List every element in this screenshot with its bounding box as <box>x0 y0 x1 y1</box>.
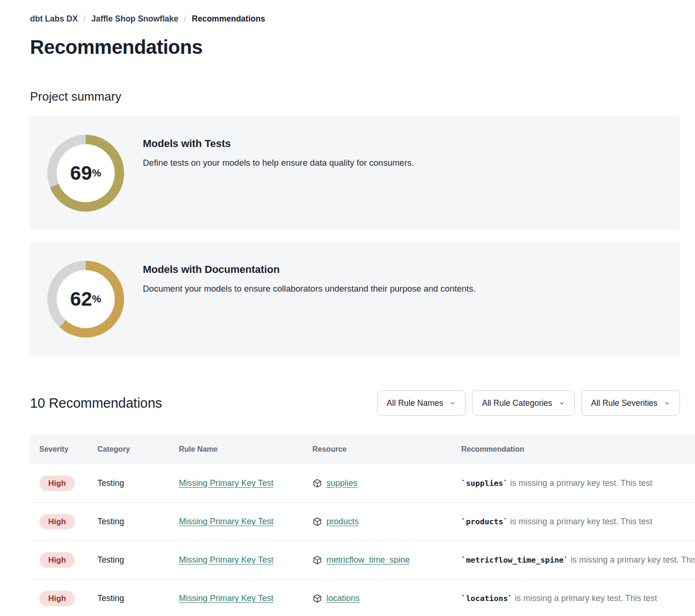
col-header-rule-name: Rule Name <box>179 445 312 454</box>
model-cube-icon <box>312 517 322 527</box>
summary-card-models-with-tests: 69% Models with Tests Define tests on yo… <box>30 116 680 230</box>
recommendation-cell: `metricflow_time_spine` is missing a pri… <box>461 555 695 565</box>
summary-card-models-with-documentation: 62% Models with Documentation Document y… <box>30 242 680 356</box>
tests-card-title: Models with Tests <box>143 138 414 150</box>
docs-card-title: Models with Documentation <box>143 264 476 276</box>
docs-card-description: Document your models to ensure collabora… <box>143 284 476 294</box>
recommendation-cell: `locations` is missing a primary key tes… <box>461 594 695 603</box>
table-row: High Testing Missing Primary Key Test lo… <box>30 579 695 616</box>
percent-sign: % <box>92 167 102 179</box>
resource-cell: metricflow_time_spine <box>312 555 461 565</box>
rule-name-link[interactable]: Missing Primary Key Test <box>179 594 274 603</box>
recommendation-text: is missing a primary key test. This test <box>508 478 652 488</box>
category-cell: Testing <box>97 594 179 603</box>
category-cell: Testing <box>97 478 179 488</box>
filter-rule-severities-dropdown[interactable]: All Rule Severities <box>581 390 680 416</box>
recommendation-cell: `products` is missing a primary key test… <box>461 517 695 527</box>
model-cube-icon <box>312 478 322 488</box>
tests-card-description: Define tests on your models to help ensu… <box>143 158 414 168</box>
recommendations-count-heading: 10 Recommendations <box>30 396 162 411</box>
project-summary-heading: Project summary <box>30 89 695 104</box>
recommendation-text: is missing a primary key test. This test <box>508 517 652 526</box>
docs-percent-value: 62 <box>70 289 92 309</box>
col-header-severity: Severity <box>39 445 97 454</box>
breadcrumb-item-project[interactable]: dbt Labs DX <box>30 14 78 24</box>
resource-link[interactable]: products <box>326 517 359 527</box>
resource-cell: supplies <box>312 478 461 488</box>
resource-cell: products <box>312 517 461 527</box>
table-header-row: Severity Category Rule Name Resource Rec… <box>30 434 695 464</box>
tests-percent-value: 69 <box>70 163 92 183</box>
breadcrumb-separator: / <box>184 14 186 24</box>
filter-label: All Rule Severities <box>591 398 658 408</box>
filter-label: All Rule Names <box>387 398 444 408</box>
severity-badge: High <box>39 552 75 568</box>
rule-name-link[interactable]: Missing Primary Key Test <box>179 478 274 488</box>
breadcrumb-item-current: Recommendations <box>192 14 266 24</box>
col-header-category: Category <box>97 445 179 454</box>
recommendation-code: `metricflow_time_spine` <box>461 556 568 565</box>
card-text: Models with Tests Define tests on your m… <box>143 116 414 168</box>
filters: All Rule Names All Rule Categories All R… <box>377 390 680 416</box>
rule-name-link[interactable]: Missing Primary Key Test <box>179 517 274 526</box>
category-cell: Testing <box>97 555 179 565</box>
docs-donut-chart: 62% <box>47 261 124 337</box>
page: dbt Labs DX / Jaffle Shop Snowflake / Re… <box>0 0 695 616</box>
recommendation-code: `locations` <box>461 594 512 603</box>
breadcrumb-item-environment[interactable]: Jaffle Shop Snowflake <box>91 14 178 24</box>
table-row: High Testing Missing Primary Key Test su… <box>30 464 695 503</box>
filter-label: All Rule Categories <box>482 398 552 408</box>
recommendation-code: `products` <box>461 517 508 526</box>
rule-name-link[interactable]: Missing Primary Key Test <box>179 555 274 565</box>
model-cube-icon <box>312 594 322 603</box>
chevron-down-icon <box>450 400 456 406</box>
percent-sign: % <box>92 293 102 305</box>
severity-badge: High <box>39 591 75 606</box>
resource-link[interactable]: locations <box>326 594 360 603</box>
page-title: Recommendations <box>30 36 695 59</box>
recommendation-cell: `supplies` is missing a primary key test… <box>461 478 695 488</box>
recommendation-text: is missing a primary key test. This test <box>512 594 657 603</box>
col-header-resource: Resource <box>312 445 461 454</box>
severity-badge: High <box>39 476 75 491</box>
category-cell: Testing <box>97 517 179 527</box>
donut-hole: 69% <box>57 144 115 202</box>
resource-cell: locations <box>312 594 461 603</box>
recommendation-code: `supplies` <box>461 479 508 488</box>
resource-link[interactable]: supplies <box>326 478 357 488</box>
model-cube-icon <box>312 555 322 565</box>
chevron-down-icon <box>664 400 670 406</box>
resource-link[interactable]: metricflow_time_spine <box>326 555 410 565</box>
card-text: Models with Documentation Document your … <box>143 242 476 294</box>
recommendation-text: is missing a primary key test. This test <box>568 555 695 565</box>
col-header-recommendation: Recommendation <box>461 445 695 454</box>
severity-badge: High <box>39 514 75 529</box>
recommendations-table: Severity Category Rule Name Resource Rec… <box>30 434 695 616</box>
table-row: High Testing Missing Primary Key Test pr… <box>30 503 695 541</box>
donut-hole: 62% <box>57 270 115 328</box>
filter-rule-categories-dropdown[interactable]: All Rule Categories <box>472 390 575 416</box>
filter-rule-names-dropdown[interactable]: All Rule Names <box>377 390 466 416</box>
breadcrumb-separator: / <box>83 14 86 24</box>
table-row: High Testing Missing Primary Key Test me… <box>30 541 695 579</box>
recommendations-header: 10 Recommendations All Rule Names All Ru… <box>30 390 680 416</box>
breadcrumb: dbt Labs DX / Jaffle Shop Snowflake / Re… <box>30 14 695 24</box>
chevron-down-icon <box>559 400 565 406</box>
tests-donut-chart: 69% <box>47 135 124 212</box>
